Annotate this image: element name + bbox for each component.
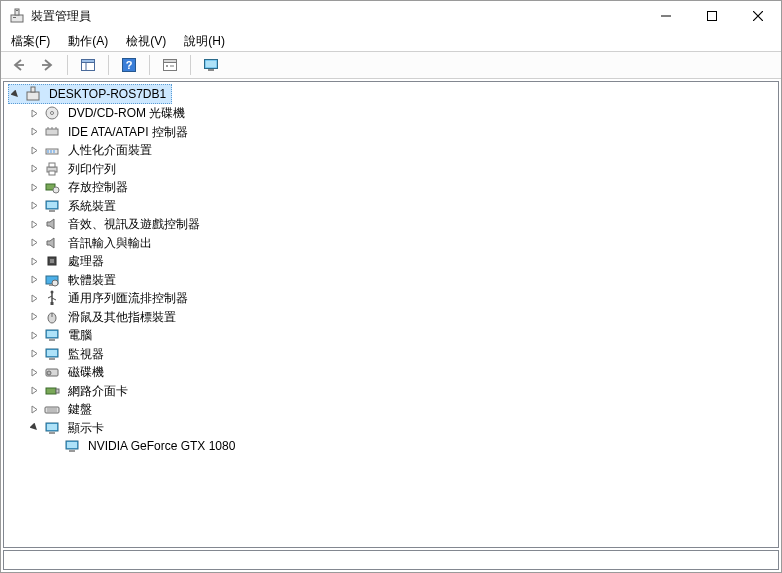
- svg-rect-16: [208, 69, 214, 71]
- tree-category-software[interactable]: 軟體裝置: [28, 271, 122, 289]
- tree-category-disk[interactable]: 磁碟機: [28, 363, 110, 381]
- software-icon: [44, 272, 60, 288]
- expand-icon[interactable]: [28, 329, 40, 341]
- tree-label: 磁碟機: [66, 363, 106, 381]
- tree-category-printqueue[interactable]: 列印佇列: [28, 160, 122, 178]
- tree-category-audioio[interactable]: 音訊輸入與輸出: [28, 234, 158, 252]
- toolbar: ?: [1, 51, 781, 79]
- scan-hardware-button[interactable]: [199, 53, 223, 77]
- svg-point-53: [47, 371, 51, 375]
- client-area: DESKTOP-ROS7DB1 DVD/CD-ROM 光碟機: [1, 79, 781, 572]
- expand-icon[interactable]: [28, 163, 40, 175]
- toolbar-separator: [149, 55, 150, 75]
- tree-label: 滑鼠及其他指標裝置: [66, 308, 178, 326]
- tree-category-monitor[interactable]: 監視器: [28, 345, 110, 363]
- app-icon: [9, 8, 25, 24]
- tree-label: 鍵盤: [66, 400, 94, 418]
- maximize-button[interactable]: [689, 1, 735, 31]
- tree-category-ide[interactable]: IDE ATA/ATAPI 控制器: [28, 123, 194, 141]
- svg-rect-2: [15, 9, 19, 15]
- collapse-icon[interactable]: [28, 422, 40, 434]
- svg-text:?: ?: [126, 59, 133, 71]
- window-title: 裝置管理員: [31, 8, 91, 25]
- forward-button[interactable]: [35, 53, 59, 77]
- tree-category-display[interactable]: 顯示卡: [28, 419, 110, 437]
- tree-root[interactable]: DESKTOP-ROS7DB1: [8, 84, 172, 104]
- expand-icon[interactable]: [28, 385, 40, 397]
- tree-category-mouse[interactable]: 滑鼠及其他指標裝置: [28, 308, 182, 326]
- svg-rect-18: [31, 87, 35, 92]
- tree-label: 人性化介面裝置: [66, 141, 154, 159]
- tree-label: NVIDIA GeForce GTX 1080: [86, 437, 237, 455]
- keyboard-icon: [44, 401, 60, 417]
- expand-icon[interactable]: [28, 107, 40, 119]
- disc-icon: [44, 105, 60, 121]
- svg-rect-31: [49, 171, 55, 175]
- titlebar: 裝置管理員: [1, 1, 781, 31]
- collapse-icon[interactable]: [9, 88, 21, 100]
- properties-icon: [162, 57, 178, 73]
- expand-icon[interactable]: [28, 366, 40, 378]
- menu-view[interactable]: 檢視(V): [122, 31, 170, 52]
- device-tree[interactable]: DESKTOP-ROS7DB1 DVD/CD-ROM 光碟機: [3, 81, 779, 548]
- expand-icon[interactable]: [28, 144, 40, 156]
- monitor-icon: [44, 420, 60, 436]
- menu-action[interactable]: 動作(A): [64, 31, 112, 52]
- toolbar-separator: [67, 55, 68, 75]
- svg-rect-30: [49, 163, 55, 167]
- tree-category-nic[interactable]: 網路介面卡: [28, 382, 134, 400]
- tree-label: 存放控制器: [66, 178, 130, 196]
- svg-rect-28: [53, 150, 55, 153]
- tree-label: 監視器: [66, 345, 106, 363]
- expand-icon[interactable]: [28, 181, 40, 193]
- expand-icon[interactable]: [28, 403, 40, 415]
- expand-icon[interactable]: [28, 126, 40, 138]
- close-button[interactable]: [735, 1, 781, 31]
- tree-label: 電腦: [66, 326, 94, 344]
- tree-category-hid[interactable]: 人性化介面裝置: [28, 141, 158, 159]
- tree-category-system[interactable]: 系統裝置: [28, 197, 122, 215]
- tree-label: 軟體裝置: [66, 271, 118, 289]
- expand-icon[interactable]: [28, 348, 40, 360]
- back-button[interactable]: [7, 53, 31, 77]
- expand-icon[interactable]: [28, 255, 40, 267]
- tree-category-storage[interactable]: 存放控制器: [28, 178, 134, 196]
- tree-category-cpu[interactable]: 處理器: [28, 252, 110, 270]
- printer-icon: [44, 161, 60, 177]
- expand-icon[interactable]: [28, 292, 40, 304]
- monitor-icon: [64, 438, 80, 454]
- minimize-button[interactable]: [643, 1, 689, 31]
- show-hide-tree-button[interactable]: [76, 53, 100, 77]
- expand-icon[interactable]: [28, 218, 40, 230]
- arrow-right-icon: [39, 57, 55, 73]
- expand-icon[interactable]: [28, 237, 40, 249]
- svg-rect-38: [50, 259, 54, 263]
- menu-help[interactable]: 說明(H): [180, 31, 229, 52]
- svg-point-20: [51, 112, 54, 115]
- tree-label: 音訊輸入與輸出: [66, 234, 154, 252]
- tree-label: 系統裝置: [66, 197, 118, 215]
- tree-category-usb[interactable]: 通用序列匯流排控制器: [28, 289, 194, 307]
- svg-rect-21: [46, 129, 58, 135]
- svg-rect-60: [47, 424, 57, 430]
- tree-category-computer[interactable]: 電腦: [28, 326, 98, 344]
- expand-icon[interactable]: [28, 274, 40, 286]
- svg-rect-35: [47, 202, 57, 208]
- help-button[interactable]: ?: [117, 53, 141, 77]
- tree-category-dvd[interactable]: DVD/CD-ROM 光碟機: [28, 104, 191, 122]
- expand-icon[interactable]: [28, 200, 40, 212]
- properties-button[interactable]: [158, 53, 182, 77]
- expand-icon[interactable]: [28, 311, 40, 323]
- tree-category-keyboard[interactable]: 鍵盤: [28, 400, 98, 418]
- tree-label: IDE ATA/ATAPI 控制器: [66, 123, 190, 141]
- monitor-icon: [44, 346, 60, 362]
- speaker-icon: [44, 216, 60, 232]
- svg-rect-26: [47, 150, 49, 153]
- tree-device-gpu[interactable]: NVIDIA GeForce GTX 1080: [48, 437, 241, 455]
- tree-label: 顯示卡: [66, 419, 106, 437]
- pane-icon: [80, 57, 96, 73]
- svg-rect-56: [45, 407, 59, 413]
- menu-file[interactable]: 檔案(F): [7, 31, 54, 52]
- svg-point-33: [53, 187, 59, 193]
- tree-category-audiogame[interactable]: 音效、視訊及遊戲控制器: [28, 215, 206, 233]
